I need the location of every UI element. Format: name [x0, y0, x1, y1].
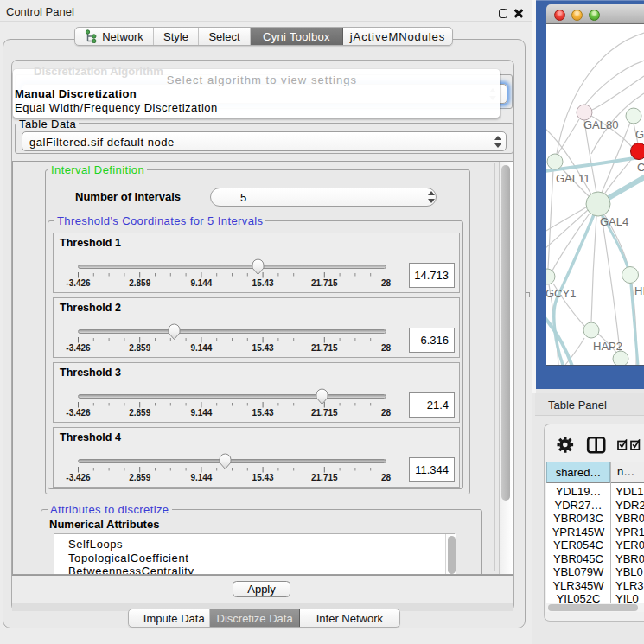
svg-text:HAP2: HAP2 [593, 340, 622, 353]
svg-text:GAL4: GAL4 [600, 215, 628, 228]
svg-text:GAL11: GAL11 [556, 172, 590, 185]
svg-text:GAL80: GAL80 [583, 118, 618, 131]
svg-text:GCY1: GCY1 [546, 287, 576, 300]
svg-text:GA: GA [635, 128, 644, 141]
svg-text:CY: CY [637, 161, 644, 174]
svg-text:HI: HI [634, 284, 644, 297]
